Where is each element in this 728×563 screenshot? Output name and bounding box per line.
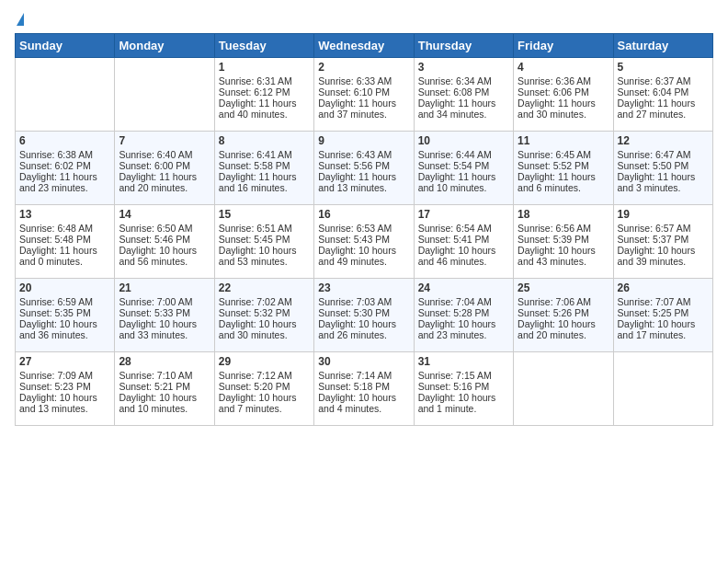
calendar-cell — [514, 352, 613, 426]
day-number: 25 — [518, 282, 609, 294]
calendar-header-row: SundayMondayTuesdayWednesdayThursdayFrid… — [16, 34, 713, 58]
sunset-text: Sunset: 5:48 PM — [19, 234, 110, 245]
sunset-text: Sunset: 5:46 PM — [119, 234, 210, 245]
calendar-cell: 23Sunrise: 7:03 AMSunset: 5:30 PMDayligh… — [314, 279, 414, 352]
calendar-cell: 1Sunrise: 6:31 AMSunset: 6:12 PMDaylight… — [214, 58, 313, 132]
sunset-text: Sunset: 6:02 PM — [19, 160, 110, 171]
daylight-text: Daylight: 10 hours and 49 minutes. — [318, 245, 409, 267]
sunset-text: Sunset: 5:28 PM — [418, 307, 509, 318]
day-number: 2 — [318, 61, 409, 74]
sunset-text: Sunset: 5:54 PM — [418, 160, 509, 171]
calendar-cell: 9Sunrise: 6:43 AMSunset: 5:56 PMDaylight… — [314, 132, 414, 205]
daylight-text: Daylight: 11 hours and 6 minutes. — [518, 171, 609, 193]
calendar-cell: 17Sunrise: 6:54 AMSunset: 5:41 PMDayligh… — [414, 205, 513, 279]
day-number: 7 — [119, 134, 210, 147]
calendar-cell: 20Sunrise: 6:59 AMSunset: 5:35 PMDayligh… — [16, 279, 115, 352]
logo-arrow-icon — [17, 13, 24, 26]
sunrise-text: Sunrise: 7:03 AM — [318, 296, 409, 307]
sunrise-text: Sunrise: 6:34 AM — [418, 75, 509, 86]
column-header-tuesday: Tuesday — [214, 34, 313, 58]
daylight-text: Daylight: 10 hours and 46 minutes. — [418, 245, 509, 267]
daylight-text: Daylight: 10 hours and 1 minute. — [418, 392, 509, 414]
sunset-text: Sunset: 6:00 PM — [119, 160, 210, 171]
day-number: 20 — [19, 282, 110, 294]
sunrise-text: Sunrise: 7:02 AM — [219, 296, 310, 307]
calendar-cell: 25Sunrise: 7:06 AMSunset: 5:26 PMDayligh… — [514, 279, 613, 352]
calendar-cell: 27Sunrise: 7:09 AMSunset: 5:23 PMDayligh… — [16, 352, 115, 426]
sunrise-text: Sunrise: 6:51 AM — [219, 223, 310, 234]
sunrise-text: Sunrise: 6:40 AM — [119, 149, 210, 160]
column-header-sunday: Sunday — [16, 34, 115, 58]
sunset-text: Sunset: 6:08 PM — [418, 86, 509, 98]
calendar-cell: 19Sunrise: 6:57 AMSunset: 5:37 PMDayligh… — [613, 205, 712, 279]
daylight-text: Daylight: 10 hours and 56 minutes. — [119, 245, 210, 267]
day-number: 6 — [19, 134, 110, 147]
day-number: 10 — [418, 134, 509, 147]
daylight-text: Daylight: 11 hours and 34 minutes. — [418, 98, 509, 120]
sunset-text: Sunset: 5:16 PM — [418, 381, 509, 392]
daylight-text: Daylight: 11 hours and 27 minutes. — [618, 98, 709, 120]
day-number: 3 — [418, 61, 509, 74]
sunrise-text: Sunrise: 6:57 AM — [618, 223, 709, 234]
day-number: 18 — [518, 208, 609, 221]
sunrise-text: Sunrise: 6:43 AM — [318, 149, 409, 160]
day-number: 14 — [119, 208, 210, 221]
sunset-text: Sunset: 5:26 PM — [518, 307, 609, 318]
calendar-cell: 12Sunrise: 6:47 AMSunset: 5:50 PMDayligh… — [613, 132, 712, 205]
daylight-text: Daylight: 11 hours and 10 minutes. — [418, 171, 509, 193]
daylight-text: Daylight: 10 hours and 10 minutes. — [119, 392, 210, 414]
sunset-text: Sunset: 6:12 PM — [219, 86, 310, 98]
sunset-text: Sunset: 5:21 PM — [119, 381, 210, 392]
sunrise-text: Sunrise: 6:38 AM — [19, 149, 110, 160]
day-number: 12 — [618, 134, 709, 147]
calendar-cell: 6Sunrise: 6:38 AMSunset: 6:02 PMDaylight… — [16, 132, 115, 205]
day-number: 31 — [418, 355, 509, 368]
column-header-thursday: Thursday — [414, 34, 513, 58]
day-number: 15 — [219, 208, 310, 221]
sunrise-text: Sunrise: 6:59 AM — [19, 296, 110, 307]
sunset-text: Sunset: 5:45 PM — [219, 234, 310, 245]
daylight-text: Daylight: 10 hours and 30 minutes. — [219, 318, 310, 340]
sunset-text: Sunset: 6:10 PM — [318, 86, 409, 98]
daylight-text: Daylight: 11 hours and 13 minutes. — [318, 171, 409, 193]
daylight-text: Daylight: 10 hours and 39 minutes. — [618, 245, 709, 267]
day-number: 26 — [618, 282, 709, 294]
calendar-cell: 7Sunrise: 6:40 AMSunset: 6:00 PMDaylight… — [115, 132, 214, 205]
daylight-text: Daylight: 10 hours and 17 minutes. — [618, 318, 709, 340]
column-header-monday: Monday — [115, 34, 214, 58]
sunrise-text: Sunrise: 7:07 AM — [618, 296, 709, 307]
day-number: 11 — [518, 134, 609, 147]
sunrise-text: Sunrise: 6:48 AM — [19, 223, 110, 234]
sunrise-text: Sunrise: 7:00 AM — [119, 296, 210, 307]
calendar-cell: 15Sunrise: 6:51 AMSunset: 5:45 PMDayligh… — [214, 205, 313, 279]
sunrise-text: Sunrise: 7:12 AM — [219, 370, 310, 381]
daylight-text: Daylight: 10 hours and 36 minutes. — [19, 318, 110, 340]
sunrise-text: Sunrise: 7:15 AM — [418, 370, 509, 381]
daylight-text: Daylight: 11 hours and 20 minutes. — [119, 171, 210, 193]
day-number: 30 — [318, 355, 409, 368]
sunset-text: Sunset: 5:20 PM — [219, 381, 310, 392]
calendar-cell: 10Sunrise: 6:44 AMSunset: 5:54 PMDayligh… — [414, 132, 513, 205]
sunset-text: Sunset: 5:25 PM — [618, 307, 709, 318]
daylight-text: Daylight: 10 hours and 20 minutes. — [518, 318, 609, 340]
daylight-text: Daylight: 10 hours and 4 minutes. — [318, 392, 409, 414]
sunrise-text: Sunrise: 6:53 AM — [318, 223, 409, 234]
sunset-text: Sunset: 5:43 PM — [318, 234, 409, 245]
day-number: 28 — [119, 355, 210, 368]
sunrise-text: Sunrise: 6:45 AM — [518, 149, 609, 160]
calendar-cell: 16Sunrise: 6:53 AMSunset: 5:43 PMDayligh… — [314, 205, 414, 279]
day-number: 22 — [219, 282, 310, 294]
column-header-wednesday: Wednesday — [314, 34, 414, 58]
sunrise-text: Sunrise: 7:10 AM — [119, 370, 210, 381]
sunrise-text: Sunrise: 6:47 AM — [618, 149, 709, 160]
calendar-cell: 30Sunrise: 7:14 AMSunset: 5:18 PMDayligh… — [314, 352, 414, 426]
sunset-text: Sunset: 5:30 PM — [318, 307, 409, 318]
daylight-text: Daylight: 11 hours and 30 minutes. — [518, 98, 609, 120]
calendar-cell — [16, 58, 115, 132]
day-number: 17 — [418, 208, 509, 221]
sunset-text: Sunset: 5:52 PM — [518, 160, 609, 171]
page-header — [15, 15, 713, 24]
calendar-cell: 14Sunrise: 6:50 AMSunset: 5:46 PMDayligh… — [115, 205, 214, 279]
daylight-text: Daylight: 10 hours and 53 minutes. — [219, 245, 310, 267]
day-number: 24 — [418, 282, 509, 294]
